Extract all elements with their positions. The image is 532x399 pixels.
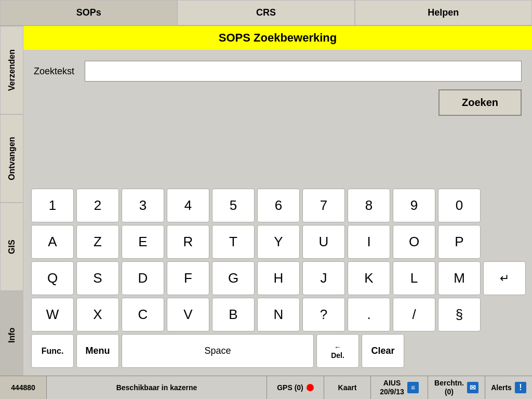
sidebar-item-gis[interactable]: GIS: [0, 203, 23, 291]
sidebar-item-ontvangen[interactable]: Ontvangen: [0, 114, 23, 203]
status-kaart[interactable]: Kaart: [324, 376, 371, 399]
key-b[interactable]: B: [212, 298, 255, 331]
key-r[interactable]: R: [167, 225, 209, 259]
key-d[interactable]: D: [122, 261, 164, 295]
key-o[interactable]: O: [393, 225, 435, 259]
key-e[interactable]: E: [122, 225, 164, 259]
search-section: Zoektekst: [23, 50, 532, 87]
keyboard-row-azerty3: W X C V B N ? . / §: [31, 298, 524, 331]
key-u[interactable]: U: [302, 225, 345, 259]
status-id: 444880: [0, 376, 47, 399]
keyboard-row-azerty2: Q S D F G H J K L M ↵: [31, 261, 524, 295]
key-y[interactable]: Y: [257, 225, 300, 259]
key-func[interactable]: Func.: [31, 334, 74, 368]
key-f[interactable]: F: [167, 261, 209, 295]
keyboard-row-azerty1: A Z E R T Y U I O P: [31, 225, 524, 259]
key-g[interactable]: G: [212, 261, 255, 295]
gps-indicator: [307, 384, 314, 391]
key-space[interactable]: Space: [122, 334, 314, 368]
nav-sops[interactable]: SOPs: [0, 0, 177, 25]
key-w[interactable]: W: [31, 298, 74, 331]
page-title: SOPS Zoekbewerking: [23, 26, 532, 50]
key-3[interactable]: 3: [122, 189, 164, 222]
status-gps[interactable]: GPS (0): [267, 376, 324, 399]
key-t[interactable]: T: [212, 225, 255, 259]
key-s[interactable]: S: [76, 261, 119, 295]
key-l[interactable]: L: [393, 261, 435, 295]
key-4[interactable]: 4: [167, 189, 209, 222]
status-alerts[interactable]: Alerts !: [485, 376, 532, 399]
key-0[interactable]: 0: [438, 189, 481, 222]
search-button-area: Zoeken: [23, 87, 532, 121]
key-p[interactable]: P: [438, 225, 481, 259]
alerts-icon: !: [515, 382, 526, 393]
search-input[interactable]: [85, 61, 522, 82]
key-z[interactable]: Z: [76, 225, 119, 259]
key-x[interactable]: X: [76, 298, 119, 331]
berchtn-icon: ✉: [467, 382, 478, 393]
key-v[interactable]: V: [167, 298, 209, 331]
search-label: Zoektekst: [34, 66, 74, 77]
key-n[interactable]: N: [257, 298, 300, 331]
key-question[interactable]: ?: [302, 298, 345, 331]
aius-icon: ≡: [407, 382, 419, 393]
key-k[interactable]: K: [348, 261, 390, 295]
left-sidebar: Verzenden Ontvangen GIS Info: [0, 26, 23, 379]
key-8[interactable]: 8: [348, 189, 390, 222]
status-bar: 444880 Beschikbaar in kazerne GPS (0) Ka…: [0, 376, 532, 399]
key-c[interactable]: C: [122, 298, 164, 331]
key-7[interactable]: 7: [302, 189, 345, 222]
keyboard-row-numbers: 1 2 3 4 5 6 7 8 9 0: [31, 189, 524, 222]
key-del[interactable]: ← Del.: [316, 334, 359, 368]
key-slash[interactable]: /: [393, 298, 435, 331]
virtual-keyboard: 1 2 3 4 5 6 7 8 9 0 A Z E R T Y U I O P: [23, 183, 532, 376]
top-navigation: SOPs CRS Helpen: [0, 0, 532, 26]
key-h[interactable]: H: [257, 261, 300, 295]
key-2[interactable]: 2: [76, 189, 119, 222]
main-content: SOPS Zoekbewerking Zoektekst Zoeken 1 2 …: [23, 26, 532, 376]
key-j[interactable]: J: [302, 261, 345, 295]
key-backspace[interactable]: ↵: [483, 261, 526, 295]
sidebar-item-verzenden[interactable]: Verzenden: [0, 26, 23, 114]
key-5[interactable]: 5: [212, 189, 255, 222]
key-m[interactable]: M: [438, 261, 481, 295]
key-section[interactable]: §: [438, 298, 481, 331]
status-beschikbaar: Beschikbaar in kazerne: [47, 376, 267, 399]
nav-helpen[interactable]: Helpen: [355, 0, 532, 25]
keyboard-row-bottom: Func. Menu Space ← Del. Clear: [31, 334, 524, 368]
status-aius[interactable]: AIUS 20/9/13 ≡: [371, 376, 428, 399]
key-6[interactable]: 6: [257, 189, 300, 222]
sidebar-item-info[interactable]: Info: [0, 291, 23, 379]
key-q[interactable]: Q: [31, 261, 74, 295]
status-berchtn[interactable]: Berchtn. (0) ✉: [428, 376, 485, 399]
key-menu[interactable]: Menu: [76, 334, 119, 368]
key-period[interactable]: .: [348, 298, 390, 331]
key-9[interactable]: 9: [393, 189, 435, 222]
key-a[interactable]: A: [31, 225, 74, 259]
key-1[interactable]: 1: [31, 189, 74, 222]
key-clear[interactable]: Clear: [362, 334, 404, 368]
key-i[interactable]: I: [348, 225, 390, 259]
zoeken-button[interactable]: Zoeken: [438, 89, 522, 116]
nav-crs[interactable]: CRS: [177, 0, 354, 25]
